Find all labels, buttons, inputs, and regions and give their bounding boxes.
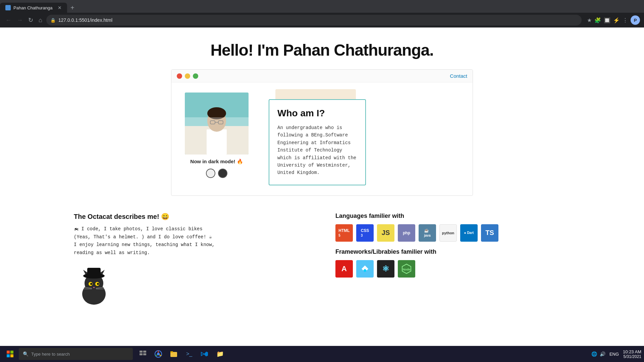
tab-bar: Pahan Chathuranga ✕ + xyxy=(0,0,644,13)
taskbar-search-icon: 🔍 xyxy=(23,351,29,357)
css-badge: CSS3 xyxy=(356,224,374,242)
vscode-icon xyxy=(201,350,208,358)
right-column: Who am I? An undergraduate who is follow… xyxy=(269,93,459,185)
profile-photo xyxy=(185,93,249,155)
svg-rect-30 xyxy=(10,354,13,357)
taskbar-search-bar[interactable]: 🔍 Type here to search xyxy=(19,348,133,360)
taskbar-terminal[interactable]: >_ xyxy=(182,347,197,361)
taskbar-task-view[interactable] xyxy=(136,347,150,361)
svg-rect-27 xyxy=(7,351,10,354)
react-label: ⚛ xyxy=(382,264,389,274)
java-label: ☕java xyxy=(424,228,430,238)
framework-icons: A ⚛ Node xyxy=(335,260,570,278)
clock-date: 5/31/2021 xyxy=(623,354,641,359)
page-title: Hello! I'm Pahan Chathuranga. xyxy=(0,41,644,59)
taskbar-files[interactable]: 📁 xyxy=(213,347,227,361)
system-tray-icons: 🌐 🔊 xyxy=(591,351,605,357)
react-badge: ⚛ xyxy=(377,260,394,278)
forward-button[interactable]: → xyxy=(15,15,24,25)
angular-label: A xyxy=(341,264,347,273)
taskbar-chrome[interactable] xyxy=(151,347,166,361)
browser-tab[interactable]: Pahan Chathuranga ✕ xyxy=(0,3,67,13)
svg-rect-6 xyxy=(218,121,223,124)
nodejs-badge: Node xyxy=(398,260,415,278)
portfolio-card: Contact xyxy=(171,69,473,196)
octacat-title: The Octacat describes me! 😄 xyxy=(74,213,309,221)
taskbar-search-placeholder: Type here to search xyxy=(31,352,70,357)
js-label: JS xyxy=(382,229,390,237)
svg-rect-33 xyxy=(140,353,143,355)
window-dots xyxy=(177,73,198,79)
volume-icon: 🔊 xyxy=(600,351,605,357)
languages-title: Languages familier with xyxy=(335,213,570,220)
extension-button[interactable]: 🧩 xyxy=(594,17,601,23)
svg-rect-29 xyxy=(7,354,10,357)
page-content: Hello! I'm Pahan Chathuranga. Contact xyxy=(0,27,644,346)
svg-rect-13 xyxy=(87,268,101,277)
tab-title: Pahan Chathuranga xyxy=(13,5,52,10)
tech-icons: HTML5 CSS3 JS php ☕java xyxy=(335,224,570,242)
windows-logo-icon xyxy=(7,351,13,357)
tab-favicon xyxy=(5,5,11,10)
light-mode-toggle[interactable] xyxy=(206,169,215,178)
profile-button[interactable]: P xyxy=(631,15,640,25)
reload-button[interactable]: ↻ xyxy=(27,15,35,25)
svg-rect-31 xyxy=(140,351,143,353)
svg-point-36 xyxy=(157,353,160,355)
taskbar-apps: >_ 📁 xyxy=(136,347,227,361)
clock: 10:23 AM 5/31/2021 xyxy=(623,349,641,359)
flutter-badge xyxy=(356,260,374,278)
svg-rect-41 xyxy=(170,351,173,353)
nodejs-icon: Node xyxy=(401,263,412,275)
ts-label: TS xyxy=(485,229,494,237)
who-am-i-title: Who am I? xyxy=(277,108,357,119)
cat-illustration xyxy=(74,267,114,307)
svg-rect-34 xyxy=(143,353,146,355)
browser-actions: ★ 🧩 🔲 ⚡ ⋮ P xyxy=(587,15,640,25)
new-tab-button[interactable]: + xyxy=(67,4,78,12)
contact-link[interactable]: Contact xyxy=(450,73,467,79)
card-body: Now in dark mode! 🔥 Who am I? An undergr… xyxy=(171,82,473,195)
svg-point-4 xyxy=(207,107,226,119)
taskbar: 🔍 Type here to search xyxy=(0,346,644,362)
java-badge: ☕java xyxy=(419,224,436,242)
menu-button[interactable]: ⋮ xyxy=(623,17,628,23)
dot-red xyxy=(177,73,182,79)
back-button[interactable]: ← xyxy=(4,15,13,25)
php-badge: php xyxy=(398,224,415,242)
network-icon: 🌐 xyxy=(591,351,597,357)
url-text: 127.0.0.1:5501/index.html xyxy=(58,17,112,23)
language-indicator: ENG xyxy=(609,352,619,357)
svg-rect-1 xyxy=(185,126,249,155)
dark-mode-toggle[interactable] xyxy=(218,169,227,178)
php-label: php xyxy=(403,231,410,235)
js-badge: JS xyxy=(377,224,394,242)
tab-close-button[interactable]: ✕ xyxy=(58,5,62,10)
toggle-group xyxy=(206,169,227,178)
python-label: python xyxy=(442,231,454,235)
taskbar-vscode[interactable] xyxy=(197,347,212,361)
extension-3-button[interactable]: ⚡ xyxy=(613,17,620,23)
home-button[interactable]: ⌂ xyxy=(37,15,44,25)
svg-rect-0 xyxy=(185,93,249,155)
html-badge: HTML5 xyxy=(335,224,353,242)
extension-2-button[interactable]: 🔲 xyxy=(604,17,610,23)
browser-chrome: Pahan Chathuranga ✕ + ← → ↻ ⌂ 🔒 127.0.0.… xyxy=(0,0,644,27)
address-bar[interactable]: 🔒 127.0.0.1:5501/index.html xyxy=(46,15,582,25)
angular-badge: A xyxy=(335,260,353,278)
svg-point-16 xyxy=(90,283,92,285)
taskbar-right: 🌐 🔊 ENG 10:23 AM 5/31/2021 xyxy=(591,349,641,359)
left-column: Now in dark mode! 🔥 xyxy=(185,93,249,178)
svg-marker-42 xyxy=(201,352,204,356)
below-fold-section: The Octacat describes me! 😄 🏍 I code, I … xyxy=(0,202,644,319)
svg-line-38 xyxy=(159,355,161,356)
start-button[interactable] xyxy=(3,347,17,361)
address-bar-row: ← → ↻ ⌂ 🔒 127.0.0.1:5501/index.html ★ 🧩 … xyxy=(0,13,644,27)
taskbar-file-explorer[interactable] xyxy=(166,347,181,361)
who-am-i-card: Who am I? An undergraduate who is follow… xyxy=(269,99,366,185)
lock-icon: 🔒 xyxy=(50,18,56,23)
ts-badge: TS xyxy=(481,224,498,242)
clock-time: 10:23 AM xyxy=(623,349,641,354)
task-view-icon xyxy=(139,350,147,358)
bookmark-button[interactable]: ★ xyxy=(587,17,592,23)
